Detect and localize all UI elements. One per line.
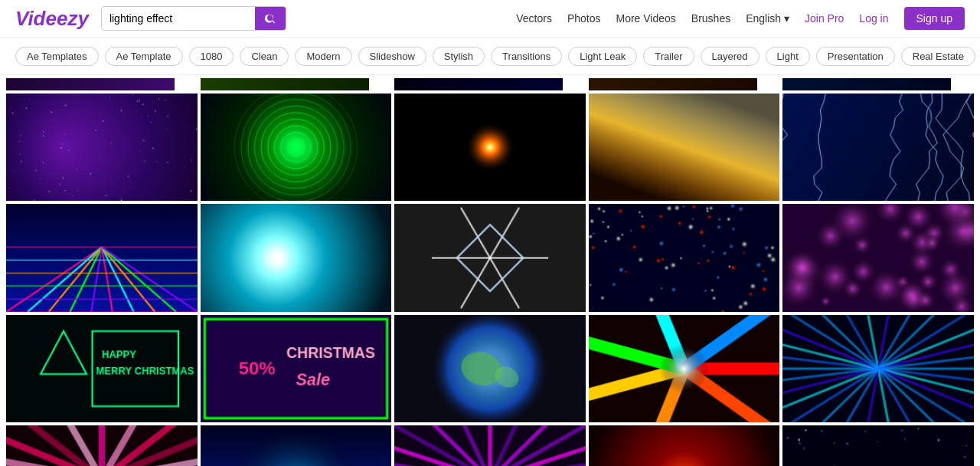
video-grid-item[interactable] [201, 204, 392, 311]
video-grid-item[interactable] [782, 94, 974, 201]
header: Videezy Vectors Photos More Videos Brush… [0, 0, 980, 38]
video-grid-item[interactable] [589, 94, 780, 201]
video-grid-item[interactable] [6, 204, 198, 311]
tag-real-estate[interactable]: Real Estate [901, 47, 975, 66]
search-icon [264, 12, 276, 25]
tag-layered[interactable]: Layered [701, 47, 760, 66]
video-grid-item[interactable] [394, 315, 586, 422]
video-grid-item[interactable] [589, 315, 780, 422]
join-pro-link[interactable]: Join Pro [805, 12, 844, 25]
search-button[interactable] [255, 7, 286, 30]
nav-vectors[interactable]: Vectors [516, 12, 552, 25]
tag-slideshow[interactable]: Slideshow [358, 47, 426, 66]
nav-photos[interactable]: Photos [567, 12, 601, 25]
nav-brushes[interactable]: Brushes [691, 12, 730, 25]
tag-ae-template[interactable]: Ae Template [105, 47, 183, 66]
log-in-link[interactable]: Log in [859, 12, 888, 25]
video-grid-item[interactable] [589, 204, 780, 311]
language-selector[interactable]: English ▾ [746, 12, 789, 25]
video-grid-item[interactable] [589, 425, 780, 466]
tag-presentation[interactable]: Presentation [816, 47, 895, 66]
logo[interactable]: Videezy [15, 7, 89, 31]
video-grid-item[interactable] [201, 94, 392, 201]
tag-trailer[interactable]: Trailer [643, 47, 694, 66]
video-grid-item[interactable] [782, 425, 974, 466]
video-grid-item[interactable] [6, 425, 198, 466]
video-grid-item[interactable] [394, 204, 586, 311]
tags-bar: Ae TemplatesAe Template1080CleanModernSl… [0, 38, 980, 75]
tag-ae-templates[interactable]: Ae Templates [15, 47, 99, 66]
search-input[interactable] [102, 8, 255, 29]
video-grid-item[interactable] [394, 94, 586, 201]
video-grid-item[interactable] [201, 315, 392, 422]
partial-video-item[interactable] [589, 78, 780, 90]
video-grid-item[interactable] [782, 315, 974, 422]
tag-stylish[interactable]: Stylish [433, 47, 485, 66]
partial-video-item[interactable] [782, 78, 974, 90]
video-grid-item[interactable] [201, 425, 392, 466]
partial-video-item[interactable] [394, 78, 586, 90]
video-grid [0, 90, 980, 466]
tag-modern[interactable]: Modern [295, 47, 351, 66]
tag-1080[interactable]: 1080 [189, 47, 234, 66]
partial-video-item[interactable] [201, 78, 392, 90]
tag-light-leak[interactable]: Light Leak [568, 47, 637, 66]
nav-links: Vectors Photos More Videos Brushes Engli… [516, 7, 965, 30]
video-grid-item[interactable] [394, 425, 586, 466]
tag-clean[interactable]: Clean [240, 47, 289, 66]
video-grid-item[interactable] [6, 315, 198, 422]
nav-more-videos[interactable]: More Videos [616, 12, 675, 25]
tag-transitions[interactable]: Transitions [491, 47, 562, 66]
partial-row [0, 75, 980, 90]
video-grid-item[interactable] [782, 204, 974, 311]
sign-up-button[interactable]: Sign up [904, 7, 965, 30]
tag-light[interactable]: Light [766, 47, 810, 66]
partial-video-item[interactable] [6, 78, 198, 90]
video-grid-item[interactable] [6, 94, 198, 201]
search-bar [101, 6, 286, 31]
